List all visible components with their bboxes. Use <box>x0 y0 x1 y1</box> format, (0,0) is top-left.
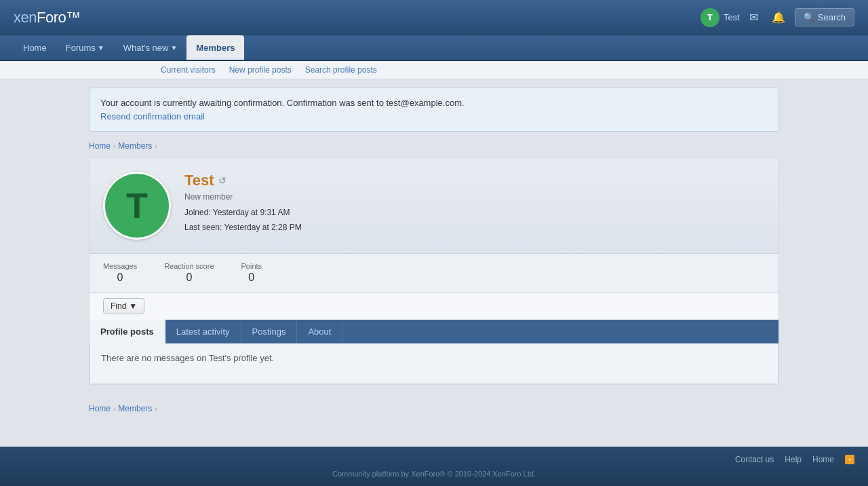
last-seen-value: Yesterday at 2:28 PM <box>224 223 302 232</box>
nav-item-home[interactable]: Home <box>14 35 56 60</box>
footer-contact-us[interactable]: Contact us <box>735 455 774 464</box>
last-seen-label: Last seen: <box>184 223 222 232</box>
site-logo[interactable]: xenForo™ <box>14 9 81 26</box>
sub-nav-search-profile-posts[interactable]: Search profile posts <box>298 61 384 79</box>
profile-card: T Test ↺ New member Joined: Yesterday at… <box>89 157 779 385</box>
breadcrumb-bottom: Home › Members › <box>89 404 779 413</box>
messages-label: Messages <box>103 262 137 270</box>
reaction-score-value: 0 <box>164 272 214 284</box>
breadcrumb-sep-1: › <box>113 143 115 150</box>
stat-messages: Messages 0 <box>103 262 137 284</box>
profile-last-seen: Last seen: Yesterday at 2:28 PM <box>184 221 765 236</box>
nav-item-members[interactable]: Members <box>186 35 244 60</box>
breadcrumb: Home › Members › <box>89 141 779 151</box>
find-arrow-icon: ▼ <box>129 301 137 311</box>
search-label: Search <box>818 12 846 22</box>
profile-name-row: Test ↺ <box>184 172 765 189</box>
profile-name-text: Test <box>184 172 214 189</box>
stat-reaction-score: Reaction score 0 <box>164 262 214 284</box>
header-right: T Test ✉ 🔔 🔍 Search <box>701 8 854 27</box>
username-label: Test <box>724 12 740 22</box>
sub-nav: Current visitors New profile posts Searc… <box>0 61 868 79</box>
find-button[interactable]: Find ▼ <box>103 298 144 314</box>
nav-item-whats-new[interactable]: What's new ▼ <box>114 35 187 60</box>
tab-about[interactable]: About <box>297 320 342 343</box>
points-label: Points <box>241 262 262 270</box>
user-avatar-small: T <box>701 8 719 27</box>
main-nav: Home Forums ▼ What's new ▼ Members <box>0 35 868 61</box>
stat-points: Points 0 <box>241 262 262 284</box>
messages-value: 0 <box>103 272 137 284</box>
joined-label: Joined: <box>184 208 211 217</box>
profile-tabs: Profile posts Latest activity Postings A… <box>90 320 778 343</box>
breadcrumb-members[interactable]: Members <box>118 141 152 151</box>
resend-confirmation-link[interactable]: Resend confirmation email <box>100 111 205 122</box>
profile-joined: Joined: Yesterday at 9:31 AM <box>184 206 765 221</box>
reaction-score-label: Reaction score <box>164 262 214 270</box>
confirmation-alert: Your account is currently awaiting confi… <box>89 88 779 132</box>
alert-message: Your account is currently awaiting confi… <box>100 98 465 108</box>
alerts-button[interactable]: 🔔 <box>768 8 789 26</box>
profile-header: T Test ↺ New member Joined: Yesterday at… <box>90 158 778 254</box>
footer-links: Contact us Help Home ▪ <box>14 455 854 464</box>
points-value: 0 <box>241 272 262 284</box>
rss-icon[interactable]: ▪ <box>845 455 854 464</box>
logo-foro: Foro <box>37 9 66 26</box>
profile-meta: Joined: Yesterday at 9:31 AM Last seen: … <box>184 206 765 235</box>
forums-arrow-icon: ▼ <box>98 44 104 52</box>
footer-copyright: Community platform by XenForo® © 2010-20… <box>14 470 854 478</box>
profile-content: There are no messages on Test's profile … <box>90 343 778 384</box>
tab-profile-posts[interactable]: Profile posts <box>90 320 165 343</box>
inbox-button[interactable]: ✉ <box>745 8 762 26</box>
logo-xen: xen <box>14 9 37 26</box>
breadcrumb-home[interactable]: Home <box>89 141 111 151</box>
footer-breadcrumb: Home › Members › <box>78 404 790 413</box>
site-footer: Contact us Help Home ▪ Community platfor… <box>0 447 868 486</box>
tab-latest-activity[interactable]: Latest activity <box>165 320 241 343</box>
site-header: xenForo™ T Test ✉ 🔔 🔍 Search <box>0 0 868 35</box>
footer-home[interactable]: Home <box>812 455 834 464</box>
profile-user-title: New member <box>184 192 765 202</box>
sub-nav-current-visitors[interactable]: Current visitors <box>154 61 222 79</box>
profile-avatar: T <box>103 172 171 240</box>
find-label: Find <box>111 301 126 311</box>
breadcrumb-sep-2: › <box>155 143 157 150</box>
tab-postings[interactable]: Postings <box>241 320 298 343</box>
joined-value: Yesterday at 9:31 AM <box>213 208 290 217</box>
profile-history-icon[interactable]: ↺ <box>218 175 226 186</box>
user-menu[interactable]: T Test <box>701 8 740 27</box>
search-button[interactable]: 🔍 Search <box>795 8 854 26</box>
footer-breadcrumb-members[interactable]: Members <box>118 404 152 413</box>
search-icon: 🔍 <box>804 12 814 22</box>
footer-help[interactable]: Help <box>785 455 802 464</box>
whats-new-arrow-icon: ▼ <box>170 44 177 52</box>
footer-breadcrumb-sep-1: › <box>113 405 115 413</box>
profile-info: Test ↺ New member Joined: Yesterday at 9… <box>184 172 765 235</box>
profile-stats: Messages 0 Reaction score 0 Points 0 <box>90 254 778 293</box>
find-btn-area: Find ▼ <box>90 293 778 320</box>
footer-breadcrumb-sep-2: › <box>155 405 157 413</box>
nav-item-forums[interactable]: Forums ▼ <box>56 35 114 60</box>
profile-empty-message: There are no messages on Test's profile … <box>101 353 274 363</box>
sub-nav-new-profile-posts[interactable]: New profile posts <box>222 61 298 79</box>
footer-breadcrumb-home[interactable]: Home <box>89 404 111 413</box>
